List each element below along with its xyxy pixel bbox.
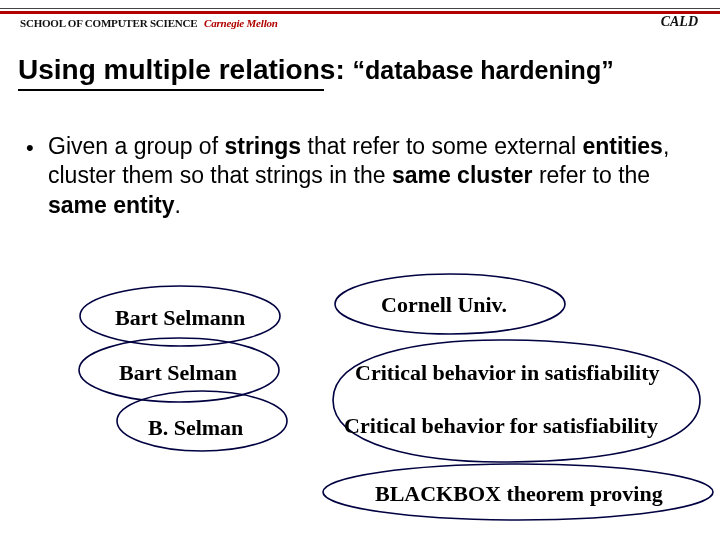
oval-left-0: Bart Selmann [115,305,245,331]
body-bullet: • Given a group of strings that refer to… [48,132,678,220]
oval-right-0: Cornell Univ. [381,292,507,318]
body-bullet-text: Given a group of strings that refer to s… [48,133,669,218]
oval-right-2: Critical behavior for satisfiability [344,413,658,439]
slide-header: SCHOOL OF COMPUTER SCIENCE Carnegie Mell… [0,8,720,34]
header-rule-thin [0,8,720,9]
oval-left-1: Bart Selman [119,360,237,386]
slide-title: Using multiple relations: “database hard… [18,54,614,86]
title-main: Using multiple relations: [18,54,345,85]
oval-right-3: BLACKBOX theorem proving [375,481,663,507]
title-underline [18,89,324,91]
header-rule-red [0,11,720,14]
scs-logo-text: SCHOOL OF COMPUTER SCIENCE [20,17,197,29]
cmu-logo-text: Carnegie Mellon [204,17,278,29]
cald-logo: CALD [661,14,698,30]
oval-right-1: Critical behavior in satisfiability [355,360,660,386]
title-quoted: “database hardening” [352,56,613,84]
oval-left-2: B. Selman [148,415,243,441]
bullet-icon: • [26,134,34,162]
scs-logo: SCHOOL OF COMPUTER SCIENCE Carnegie Mell… [20,17,278,29]
